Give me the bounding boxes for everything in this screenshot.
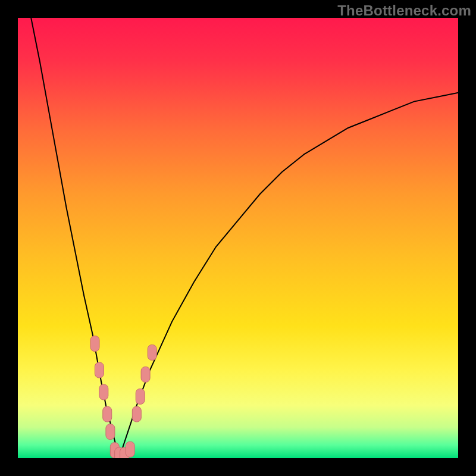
watermark-text: TheBottleneck.com — [337, 2, 471, 19]
plot-area — [18, 18, 458, 458]
data-marker — [148, 345, 156, 360]
data-marker — [95, 362, 104, 378]
data-marker — [126, 441, 134, 457]
data-marker — [103, 406, 112, 422]
gradient-background — [18, 18, 458, 458]
data-marker — [132, 406, 141, 422]
data-marker — [141, 367, 150, 382]
data-marker — [99, 384, 108, 400]
data-marker — [136, 389, 145, 404]
data-marker — [106, 424, 115, 440]
chart-frame: TheBottleneck.com — [0, 0, 476, 476]
chart-svg — [18, 18, 458, 458]
data-marker — [90, 336, 99, 352]
